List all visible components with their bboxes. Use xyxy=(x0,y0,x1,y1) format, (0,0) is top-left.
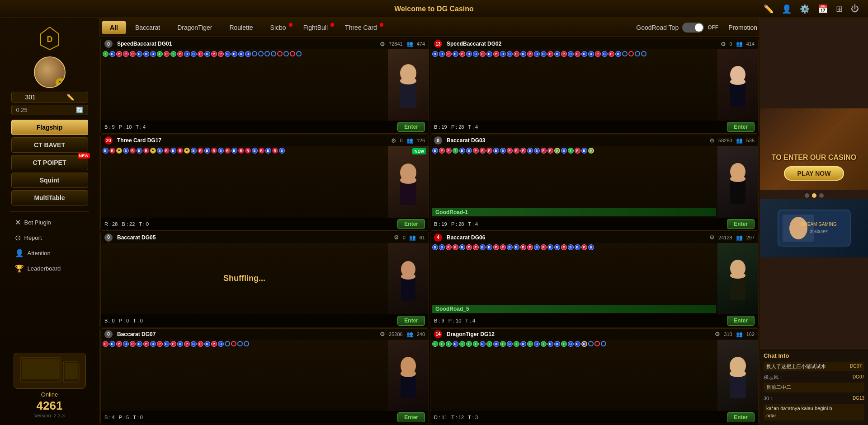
svg-point-28 xyxy=(401,370,416,377)
tab-roulette[interactable]: Roulette xyxy=(221,21,261,34)
sicbo-dot xyxy=(289,23,292,27)
enter-btn-dg03[interactable]: Enter xyxy=(727,219,755,229)
game-header-right-dg01: ⚙ 72841 👥 474 xyxy=(380,41,425,47)
chat-info: Chat Info 换人了这把上庄小猪试试水 DG07 权志风： DG07 目前… xyxy=(760,348,868,425)
good-road-label-dg06: GoodRoad_5 xyxy=(432,305,716,313)
goodroad-top-label: GoodRoad Top xyxy=(636,24,679,31)
flagship-button[interactable]: Flagship xyxy=(11,120,88,135)
svg-point-22 xyxy=(401,273,415,280)
players-dg07: 240 xyxy=(417,332,425,337)
play-now-button[interactable]: PLAY NOW xyxy=(784,166,844,181)
tab-sicbo[interactable]: Sicbo xyxy=(262,21,294,34)
game-body-dg06: B B P P B P P B B P P B B xyxy=(430,243,758,314)
game-card-dg17: 20 Three Card DG17 ⚙ 0 👥 126 B R xyxy=(100,135,429,230)
enter-btn-dg17[interactable]: Enter xyxy=(397,219,425,229)
promo-banner2: DREAM GAMING 梦乐部APP xyxy=(760,199,868,257)
svg-point-34 xyxy=(789,217,807,239)
game-header-dg03: 0 Baccarat DG03 ⚙ 58280 👥 535 xyxy=(430,135,758,146)
game-footer-dg03: B : 19 P : 28 T : 4 Enter xyxy=(430,218,758,230)
game-num-dg06: 4 xyxy=(434,234,442,242)
sidebar-item-report[interactable]: ⊙ Report xyxy=(11,231,88,245)
game-header-right-dg17: ⚙ 0 👥 126 xyxy=(391,137,425,144)
sidebar-item-leaderboard[interactable]: 🏆 Leaderboard xyxy=(11,262,88,276)
people-icon-dg06: 👥 xyxy=(736,234,743,241)
chip-value-dg07: 25286 xyxy=(389,332,403,337)
game-card-dg03: 0 Baccarat DG03 ⚙ 58280 👥 535 B P xyxy=(430,135,759,230)
promo-text: TO ENTER OUR CASINO xyxy=(772,154,856,162)
edit-balance-icon[interactable]: ✏️ xyxy=(66,93,74,101)
power-icon[interactable]: ⏻ xyxy=(851,4,859,14)
new-label-dg17: NEW xyxy=(412,148,426,154)
nav-tabs: All Baccarat DragonTiger Roulette Sicbo … xyxy=(99,18,760,37)
svg-point-10 xyxy=(400,77,416,84)
expand-icon[interactable]: ⊞ xyxy=(836,4,843,14)
ct-bavet-button[interactable]: CT BAVET xyxy=(11,137,88,153)
game-card-dg12: 14 DragonTiger DG12 ⚙ 310 👥 162 T T xyxy=(430,328,759,424)
calendar-icon[interactable]: 📅 xyxy=(818,4,828,14)
sidebar-item-bet-plugin[interactable]: ✕ Bet Plugin xyxy=(11,215,88,229)
report-icon: ⊙ xyxy=(15,234,21,242)
tab-all[interactable]: All xyxy=(102,21,126,34)
game-card-dg01: 0 SpeedBaccarat DG01 ⚙ 72841 👥 474 T xyxy=(100,38,429,134)
refresh-bet-icon[interactable]: 🔄 xyxy=(76,107,83,113)
promotion-button[interactable]: Promotion xyxy=(728,24,757,31)
game-num-dg17: 20 xyxy=(104,136,113,145)
chip-value-dg01: 72841 xyxy=(389,41,403,47)
game-dealer-dg03 xyxy=(717,146,758,217)
game-header-right-dg06: ⚙ 24128 👥 297 xyxy=(709,234,755,241)
game-card-dg02: 13 SpeedBaccarat DG02 ⚙ 0 👥 414 B B xyxy=(430,38,759,134)
svg-point-13 xyxy=(730,79,745,85)
edit-icon[interactable]: ✏️ xyxy=(764,4,774,14)
game-title-dg12: DragonTiger DG12 xyxy=(447,331,495,337)
game-stats-dg06: B : 9 P : 10 T : 4 xyxy=(434,318,475,323)
tab-fightbull[interactable]: FightBull xyxy=(295,21,336,34)
balance-display: 301 ✏️ xyxy=(11,92,88,103)
promo-banner: TO ENTER OUR CASINO PLAY NOW xyxy=(760,108,868,190)
game-dealer-dg12 xyxy=(717,340,758,411)
svg-rect-7 xyxy=(22,359,60,379)
balance-value: 301 xyxy=(25,93,36,101)
game-board-dg01: T B P P P B B B T P T P B xyxy=(101,49,388,121)
game-dealer-dg06 xyxy=(717,243,758,314)
svg-rect-27 xyxy=(401,374,416,398)
chip-icon-dg03: ⚙ xyxy=(709,137,715,144)
game-board-dg02: B B P B P B B P B P B B P xyxy=(430,49,717,121)
user-circle-icon[interactable]: 👤 xyxy=(782,4,792,14)
game-header-right-dg05: ⚙ 0 👥 61 xyxy=(394,234,425,241)
enter-btn-dg01[interactable]: Enter xyxy=(397,122,425,132)
report-label: Report xyxy=(24,234,42,241)
tab-baccarat[interactable]: Baccarat xyxy=(127,21,168,34)
right-panel: TO ENTER OUR CASINO PLAY NOW DREAM GAMIN… xyxy=(760,18,868,425)
game-body-dg17: B R ★ B R B R ★ B R B R ★ xyxy=(101,146,429,217)
sidebar-item-attention[interactable]: 👤 Attention xyxy=(11,246,88,260)
ct-poipet-button[interactable]: CT POIPET NEW xyxy=(11,155,88,170)
bet-display: 0.25 🔄 xyxy=(11,105,88,115)
squint-button[interactable]: Squint xyxy=(11,173,88,188)
sidebar: D DREAM GAMING 1 301 ✏️ 0.25 🔄 Flagship … xyxy=(0,18,99,425)
game-board-dg06: B B P P B P P B B P P B B xyxy=(430,243,717,314)
players-dg17: 126 xyxy=(417,138,425,143)
tab-threecard[interactable]: Three Card xyxy=(337,21,385,34)
online-label: Online xyxy=(41,391,58,398)
game-stats-dg01: B : 9 P : 10 T : 4 xyxy=(104,124,146,130)
game-body-dg01: T B P P P B B B T P T P B xyxy=(101,49,429,121)
enter-btn-dg05[interactable]: Enter xyxy=(397,316,425,326)
sidebar-logo: D DREAM GAMING xyxy=(23,23,77,54)
tab-dragontiger[interactable]: DragonTiger xyxy=(169,21,220,34)
people-icon-dg01: 👥 xyxy=(406,41,413,47)
settings-icon[interactable]: ⚙️ xyxy=(800,4,810,14)
multitable-button[interactable]: MultiTable xyxy=(11,190,88,205)
content-area: All Baccarat DragonTiger Roulette Sicbo … xyxy=(99,18,760,425)
bet-plugin-label: Bet Plugin xyxy=(24,219,51,226)
people-icon-dg05: 👥 xyxy=(409,234,416,241)
enter-btn-dg02[interactable]: Enter xyxy=(727,122,755,132)
svg-point-19 xyxy=(730,176,745,182)
people-icon-dg03: 👥 xyxy=(736,137,743,144)
players-dg02: 414 xyxy=(746,41,755,47)
enter-btn-dg07[interactable]: Enter xyxy=(397,412,425,422)
game-title-dg17: Three Card DG17 xyxy=(117,137,161,144)
enter-btn-dg12[interactable]: Enter xyxy=(727,412,755,422)
goodroad-toggle-btn[interactable] xyxy=(682,23,704,33)
chat-message-5: ka*an da*atnya kalau begini bndar xyxy=(764,404,864,420)
enter-btn-dg06[interactable]: Enter xyxy=(727,316,755,326)
